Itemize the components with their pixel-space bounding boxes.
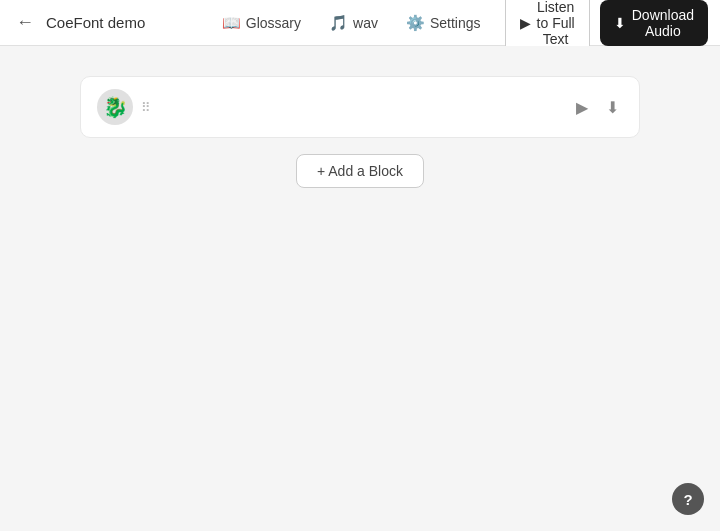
glossary-icon: 📖 <box>222 14 241 32</box>
add-block-label: + Add a Block <box>317 163 403 179</box>
block-actions: ▶ ⬇ <box>572 94 623 121</box>
document-title[interactable] <box>46 14 202 31</box>
play-icon: ▶ <box>520 15 531 31</box>
download-audio-button[interactable]: ⬇ Download Audio <box>600 0 708 46</box>
listen-label: Listen to Full Text <box>537 0 575 47</box>
settings-icon: ⚙️ <box>406 14 425 32</box>
wav-nav-item[interactable]: 🎵 wav <box>317 8 390 38</box>
glossary-label: Glossary <box>246 15 301 31</box>
download-icon: ⬇ <box>614 15 626 31</box>
download-label: Download Audio <box>632 7 694 39</box>
add-block-container: + Add a Block <box>80 154 640 188</box>
play-icon: ▶ <box>576 98 588 117</box>
download-icon: ⬇ <box>606 98 619 117</box>
drag-handle[interactable]: ⠿ <box>141 100 152 115</box>
audio-block: 🐉 ⠿ ▶ ⬇ <box>80 76 640 138</box>
glossary-nav-item[interactable]: 📖 Glossary <box>210 8 313 38</box>
wav-label: wav <box>353 15 378 31</box>
main-content: 🐉 ⠿ ▶ ⬇ + Add a Block ? <box>0 46 720 531</box>
wav-icon: 🎵 <box>329 14 348 32</box>
header: ← 📖 Glossary 🎵 wav ⚙️ Settings ▶ Listen … <box>0 0 720 46</box>
block-download-button[interactable]: ⬇ <box>602 94 623 121</box>
help-button[interactable]: ? <box>672 483 704 515</box>
add-block-button[interactable]: + Add a Block <box>296 154 424 188</box>
block-play-button[interactable]: ▶ <box>572 94 592 121</box>
settings-nav-item[interactable]: ⚙️ Settings <box>394 8 493 38</box>
settings-label: Settings <box>430 15 481 31</box>
block-text-content[interactable] <box>162 95 572 119</box>
help-icon: ? <box>683 491 692 508</box>
back-button[interactable]: ← <box>12 8 38 37</box>
avatar: 🐉 <box>97 89 133 125</box>
